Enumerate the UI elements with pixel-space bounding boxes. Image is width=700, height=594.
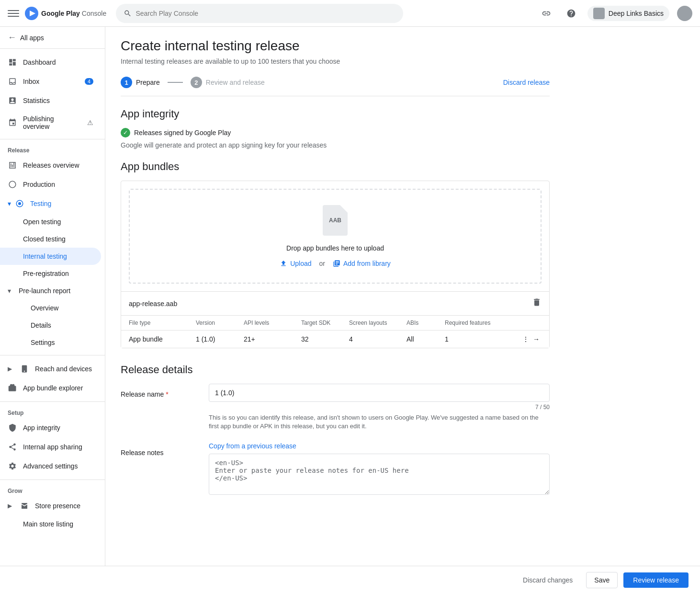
sidebar-releases-label: Releases overview	[23, 161, 79, 169]
sidebar-item-settings[interactable]: Settings	[0, 334, 101, 351]
discard-changes-button[interactable]: Discard changes	[515, 572, 580, 588]
review-release-button[interactable]: Review release	[623, 572, 689, 588]
table-row: App bundle 1 (1.0) 21+ 32 4 All 1 ⋮ →	[121, 330, 549, 348]
sidebar-settings-label: Settings	[31, 339, 55, 346]
release-name-label: Release name *	[121, 384, 197, 431]
library-label: Add from library	[343, 260, 391, 267]
sidebar-item-store-presence[interactable]: ▶ Store presence	[0, 496, 101, 515]
sidebar-item-overview[interactable]: Overview	[0, 299, 101, 317]
sidebar-dashboard-label: Dashboard	[23, 58, 56, 66]
sidebar-item-internal-sharing[interactable]: Internal app sharing	[0, 437, 101, 457]
publishing-icon	[8, 118, 17, 127]
sidebar-item-production[interactable]: Production	[0, 175, 101, 194]
reach-expand-icon: ▶	[8, 366, 12, 372]
logo-text: Google Play Console	[41, 10, 106, 17]
upload-section: AAB Drop app bundles here to upload Uplo…	[121, 181, 550, 348]
discard-release-link[interactable]: Discard release	[503, 79, 550, 86]
app-bundle-icon	[8, 383, 17, 393]
production-icon	[8, 180, 17, 189]
step-1-circle: 1	[121, 77, 132, 88]
page-title: Create internal testing release	[121, 38, 550, 54]
search-input[interactable]	[135, 10, 395, 17]
more-options-button[interactable]: ⋮	[522, 335, 529, 343]
app-chip-label: Deep Links Basics	[609, 10, 664, 17]
library-button[interactable]: Add from library	[333, 260, 391, 267]
cell-abis: All	[406, 335, 445, 343]
testing-icon	[15, 199, 24, 208]
sidebar-app-integrity-label: App integrity	[23, 424, 60, 432]
sidebar-reach-label: Reach and devices	[35, 365, 92, 373]
sidebar-item-open-testing[interactable]: Open testing	[0, 213, 101, 230]
sidebar-item-closed-testing[interactable]: Closed testing	[0, 230, 101, 248]
sidebar-item-releases-overview[interactable]: Releases overview	[0, 156, 101, 175]
main-content-area: Create internal testing release Internal…	[105, 27, 700, 566]
sidebar-item-app-integrity[interactable]: App integrity	[0, 418, 101, 437]
search-icon	[124, 9, 132, 18]
upload-icon	[280, 260, 287, 267]
separator: or	[319, 260, 325, 267]
row-expand-button[interactable]: →	[533, 335, 540, 343]
pre-launch-expand-icon: ▾	[8, 287, 11, 295]
user-avatar[interactable]	[677, 6, 692, 21]
inbox-badge: 4	[85, 78, 93, 85]
sidebar-item-main-store-listing[interactable]: Main store listing	[0, 515, 101, 533]
search-bar[interactable]	[116, 4, 403, 23]
sidebar-item-dashboard[interactable]: Dashboard	[0, 53, 101, 72]
table-header: File type Version API levels Target SDK …	[121, 315, 549, 330]
bottom-bar: Discard changes Save Review release	[0, 566, 700, 594]
app-chip[interactable]: Deep Links Basics	[587, 6, 669, 21]
release-name-field-row: Release name * 7 / 50 This is so you can…	[121, 384, 550, 431]
copy-from-previous-link[interactable]: Copy from a previous release	[209, 442, 550, 450]
sidebar-item-publishing[interactable]: Publishing overview ⚠	[0, 110, 101, 135]
sidebar-item-inbox[interactable]: Inbox 4	[0, 72, 101, 91]
sidebar-item-app-bundle-explorer[interactable]: App bundle explorer	[0, 378, 101, 398]
sidebar-item-internal-testing[interactable]: Internal testing	[0, 248, 101, 265]
sidebar-internal-testing-label: Internal testing	[23, 252, 67, 260]
upload-actions: Upload or Add from library	[145, 260, 525, 267]
step-2-circle: 2	[191, 77, 202, 88]
help-icon-button[interactable]	[563, 5, 580, 22]
delete-file-button[interactable]	[532, 297, 542, 309]
cell-screen-layouts: 4	[349, 335, 406, 343]
sidebar-item-statistics[interactable]: Statistics	[0, 91, 101, 110]
sidebar-testing-label: Testing	[30, 200, 51, 207]
signed-label: Releases signed by Google Play	[134, 129, 231, 137]
sidebar-overview-label: Overview	[31, 304, 58, 312]
upload-label: Upload	[290, 260, 311, 267]
publishing-warning-icon: ⚠	[87, 119, 93, 126]
sidebar-item-advanced-settings[interactable]: Advanced settings	[0, 457, 101, 476]
store-presence-icon	[20, 501, 29, 511]
app-chip-icon	[593, 8, 605, 19]
file-name: app-release.aab	[129, 300, 528, 308]
sidebar-item-reach-devices[interactable]: ▶ Reach and devices	[0, 359, 101, 378]
menu-icon[interactable]	[8, 8, 19, 19]
sidebar-closed-testing-label: Closed testing	[23, 235, 66, 243]
signed-desc: Google will generate and protect an app …	[121, 141, 550, 149]
release-name-input[interactable]	[209, 384, 550, 402]
sidebar-item-testing[interactable]: ▾ Testing	[0, 194, 101, 213]
release-notes-field-row: Release notes Copy from a previous relea…	[121, 442, 550, 496]
sidebar-item-pre-launch[interactable]: ▾ Pre-launch report	[0, 282, 101, 299]
release-notes-textarea[interactable]	[209, 454, 550, 495]
col-actions	[522, 320, 542, 326]
col-required-features: Required features	[445, 320, 522, 326]
release-name-hint: This is so you can identify this release…	[209, 413, 550, 431]
sidebar-divider-1	[0, 139, 105, 139]
sidebar-item-details[interactable]: Details	[0, 317, 101, 334]
link-icon-button[interactable]	[538, 5, 555, 22]
col-version: Version	[196, 320, 244, 326]
sidebar-item-pre-registration[interactable]: Pre-registration	[0, 265, 101, 282]
testing-expand-icon: ▾	[8, 200, 11, 207]
sidebar-divider-3	[0, 401, 105, 402]
check-icon: ✓	[121, 128, 130, 137]
upload-button[interactable]: Upload	[280, 260, 311, 267]
save-button[interactable]: Save	[586, 572, 618, 588]
back-to-all-apps[interactable]: ← All apps	[0, 27, 105, 49]
integrity-signed-row: ✓ Releases signed by Google Play	[121, 128, 550, 137]
grow-section-label: Grow	[0, 484, 105, 496]
step-line	[168, 82, 183, 83]
col-abis: ABIs	[406, 320, 445, 326]
sidebar-store-presence-label: Store presence	[35, 502, 80, 510]
release-notes-content: Copy from a previous release	[209, 442, 550, 496]
upload-drop-zone[interactable]: AAB Drop app bundles here to upload Uplo…	[129, 189, 542, 284]
